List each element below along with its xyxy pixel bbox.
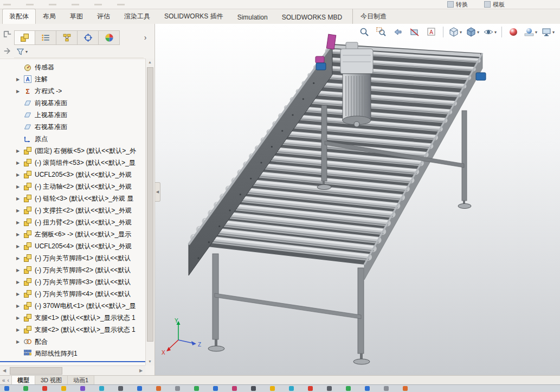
edit-appearance-button[interactable] [506, 25, 521, 38]
tree-item-14[interactable]: ▶(-) 扭力臂<2> (默认<<默认>_外观 [0, 216, 145, 228]
tree-item-7[interactable]: 原点 [0, 133, 145, 145]
taskbar-icon-10[interactable] [175, 386, 180, 391]
tree-vertical-scrollbar[interactable]: ▲ ▼ [145, 59, 155, 365]
ribbon-tab-2[interactable]: 布局 [36, 9, 63, 24]
vertical-scroll-thumb[interactable] [147, 67, 153, 342]
tree-item-5[interactable]: 上视基准面 [0, 109, 145, 121]
bottom-tab-1[interactable]: 模型 [12, 376, 35, 385]
taskbar-icon-2[interactable] [23, 386, 28, 391]
tree-item-6[interactable]: 右视基准面 [0, 121, 145, 133]
tree-item-22[interactable]: ▶支腿<1> (默认<<默认>_显示状态 1 [0, 312, 145, 324]
taskbar-icon-11[interactable] [194, 386, 199, 391]
expand-arrow-icon[interactable]: ▶ [16, 89, 23, 94]
ribbon-tab-5[interactable]: 渲染工具 [117, 9, 157, 24]
tree-item-2[interactable]: ▶A注解 [0, 73, 145, 85]
expand-arrow-icon[interactable]: ▶ [16, 77, 23, 82]
filter-dropdown-arrow-icon[interactable]: ▾ [25, 49, 28, 54]
ribbon-tab-8[interactable]: SOLIDWORKS MBD [275, 10, 349, 24]
zoom-area-button[interactable] [374, 25, 389, 38]
bearing-block[interactable] [476, 73, 486, 80]
tree-item-3[interactable]: ▶Σ方程式 -> [0, 85, 145, 97]
taskbar-icon-15[interactable] [270, 386, 275, 391]
expand-arrow-icon[interactable]: ▶ [16, 208, 23, 213]
expand-arrow-icon[interactable]: ▶ [16, 280, 23, 285]
panel-tab-configurations[interactable] [56, 30, 78, 45]
expand-arrow-icon[interactable]: ▶ [16, 232, 23, 237]
panel-tab-display-manager[interactable] [35, 30, 56, 45]
scroll-left-arrow-icon[interactable]: ◀ [0, 368, 9, 373]
expand-arrow-icon[interactable]: ▶ [16, 149, 23, 153]
leveling-foot[interactable] [208, 346, 224, 351]
scroll-up-arrow-icon[interactable]: ▲ [146, 59, 154, 66]
bottom-tab-2[interactable]: 3D 视图 [35, 376, 68, 385]
apply-scene-button[interactable]: ▾ [523, 25, 538, 38]
expand-arrow-icon[interactable]: ▶ [16, 256, 23, 261]
tab-scroll-button-1[interactable]: « [2, 377, 5, 383]
tree-item-4[interactable]: 前视基准面 [0, 97, 145, 109]
taskbar-icon-1[interactable] [4, 386, 9, 391]
tree-item-19[interactable]: ▶(-) 万向关节脚蹄<3> (默认<<默认 [0, 276, 145, 288]
taskbar-icon-16[interactable] [289, 386, 294, 391]
expand-arrow-icon[interactable]: ▶ [16, 244, 23, 249]
taskbar-icon-12[interactable] [213, 386, 218, 391]
section-view-button[interactable] [407, 25, 422, 38]
expand-arrow-icon[interactable]: ▶ [16, 304, 23, 309]
tree-item-9[interactable]: ▶(-) 滚筒组件<53> (默认<<默认>_显 [0, 157, 145, 169]
taskbar-icon-7[interactable] [118, 386, 123, 391]
taskbar-icon-14[interactable] [251, 386, 256, 391]
expand-arrow-icon[interactable]: ▶ [16, 196, 23, 201]
taskbar-icon-5[interactable] [80, 386, 85, 391]
leveling-foot[interactable] [317, 185, 331, 190]
ribbon-tab-1[interactable]: 装配体 [2, 9, 36, 24]
taskbar-icon-21[interactable] [384, 386, 389, 391]
taskbar-icon-6[interactable] [99, 386, 104, 391]
tree-item-25[interactable]: 局部线性阵列1 [0, 348, 145, 359]
featuremanager-splitter-bar[interactable] [0, 361, 145, 362]
expand-arrow-icon[interactable]: ▶ [16, 184, 23, 189]
conveyor-assembly-model[interactable] [189, 34, 486, 364]
leg[interactable] [358, 268, 364, 354]
ribbon-command-1[interactable]: 转换 [447, 1, 468, 9]
taskbar-icon-3[interactable] [42, 386, 47, 391]
panel-expand-arrow[interactable]: › [140, 31, 150, 43]
expand-arrow-icon[interactable]: ▶ [16, 339, 23, 344]
tree-item-8[interactable]: ▶(固定) 右侧板<5> (默认<<默认>_外 [0, 145, 145, 157]
tree-item-10[interactable]: ▶UCFL205<3> (默认<<默认>_外观 [0, 169, 145, 181]
taskbar-icon-13[interactable] [232, 386, 237, 391]
ribbon-tab-4[interactable]: 评估 [90, 9, 117, 24]
view-orientation-button[interactable]: ▾ [447, 25, 463, 38]
tree-item-11[interactable]: ▶(-) 主动轴<2> (默认<<默认>_外观 [0, 181, 145, 192]
horizontal-scroll-thumb[interactable] [10, 367, 62, 375]
ribbon-tab-6[interactable]: SOLIDWORKS 插件 [157, 9, 230, 24]
expand-arrow-icon[interactable]: ▶ [16, 160, 23, 165]
view-settings-button[interactable]: ▾ [540, 25, 556, 38]
bearing-block[interactable] [316, 63, 326, 70]
expand-arrow-icon[interactable]: ▶ [16, 172, 23, 177]
tree-item-21[interactable]: ▶(-) 370W电机<1> (默认<<默认>_显 [0, 300, 145, 312]
ribbon-tab-9[interactable]: 今日制造 [352, 9, 394, 24]
leveling-foot[interactable] [458, 204, 471, 209]
gearmotor[interactable] [340, 42, 373, 127]
panel-collapse-handle[interactable]: ◀ [155, 182, 160, 202]
taskbar-icon-17[interactable] [308, 386, 313, 391]
panel-tab-appearances[interactable] [99, 30, 120, 45]
taskbar-icon-9[interactable] [156, 386, 161, 391]
tree-item-12[interactable]: ▶(-) 链轮<3> (默认<<默认>_外观 显 [0, 192, 145, 204]
scroll-down-arrow-icon[interactable]: ▼ [146, 358, 154, 365]
tree-item-13[interactable]: ▶(-) 支撑拄<2> (默认<<默认>_外观 [0, 204, 145, 216]
tree-item-20[interactable]: ▶(-) 万向关节脚蹄<4> (默认<<默认 [0, 288, 145, 300]
cross-brace[interactable] [215, 293, 361, 319]
sprocket[interactable] [316, 56, 324, 63]
tree-horizontal-scrollbar[interactable]: ◀ ▶ [0, 365, 145, 375]
tree-item-23[interactable]: ▶支腿<2> (默认<<默认>_显示状态 1 [0, 324, 145, 336]
expand-arrow-icon[interactable]: ▶ [16, 268, 23, 273]
dynamic-annotation-button[interactable]: A [424, 25, 439, 38]
ribbon-tab-3[interactable]: 草图 [63, 9, 90, 24]
taskbar-icon-8[interactable] [137, 386, 142, 391]
sprocket[interactable] [326, 34, 336, 49]
tree-item-16[interactable]: ▶UCFL205<4> (默认<<默认>_外观 [0, 240, 145, 252]
tab-scroll-button-2[interactable]: ‹ [8, 377, 9, 383]
panel-tab-features[interactable] [14, 30, 35, 45]
taskbar-icon-20[interactable] [365, 386, 370, 391]
tree-item-18[interactable]: ▶(-) 万向关节脚蹄<2> (默认<<默认 [0, 264, 145, 276]
